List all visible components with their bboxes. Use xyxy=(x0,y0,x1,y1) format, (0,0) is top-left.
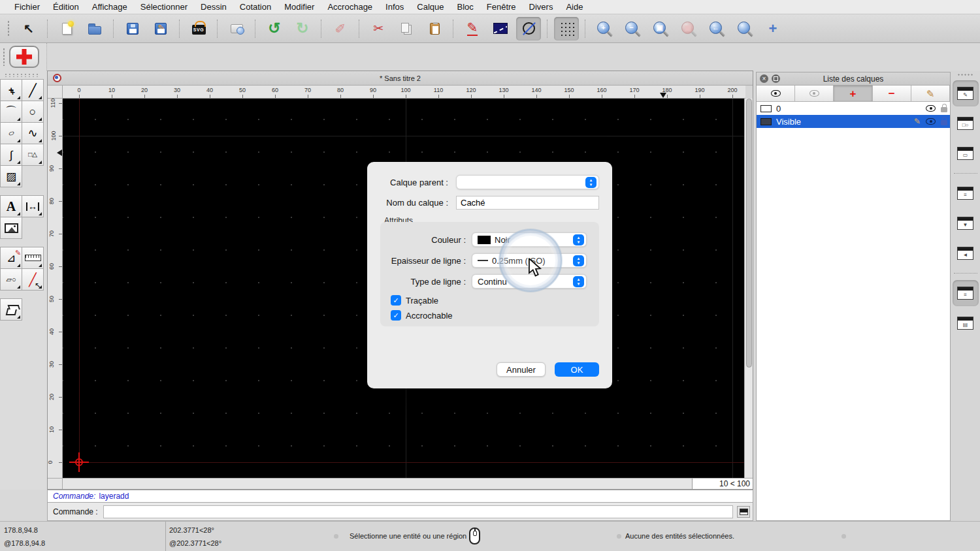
menu-affichage[interactable]: Affichage xyxy=(86,2,134,12)
zoom-out-button[interactable]: − xyxy=(620,17,645,40)
print-preview-button[interactable] xyxy=(224,17,249,40)
vertical-scrollbar[interactable] xyxy=(744,99,753,479)
menu-fichier[interactable]: Fichier xyxy=(8,2,46,12)
menu-accrochage[interactable]: Accrochage xyxy=(321,2,379,12)
clipboard-window-button[interactable]: ▤ xyxy=(953,310,979,336)
draft-mode-button[interactable] xyxy=(516,17,541,40)
command-input[interactable] xyxy=(103,505,733,518)
property-editor-window-button[interactable]: ≡ xyxy=(953,180,979,206)
hide-all-layers-button[interactable] xyxy=(795,86,834,101)
menu-fenetre[interactable]: Fenêtre xyxy=(480,2,523,12)
dock-separator xyxy=(954,273,977,274)
edit-layer-button[interactable]: ✎ xyxy=(911,86,950,101)
circle-tool-button[interactable]: ○ xyxy=(22,101,44,123)
undo-button[interactable]: ↺ xyxy=(262,17,287,40)
cut-button[interactable]: ✂ xyxy=(366,17,391,40)
zoom-previous-button[interactable]: ← xyxy=(704,17,729,40)
library-browser-window-button[interactable]: ▭ xyxy=(953,140,979,166)
layer-list-window-button[interactable]: ✎ xyxy=(953,80,979,106)
layer-lock-icon[interactable] xyxy=(941,107,947,112)
modify-tool-button[interactable]: ▱○ xyxy=(0,268,22,291)
zoom-selection-button[interactable]: ▣ xyxy=(676,17,701,40)
measure-tool-button[interactable] xyxy=(22,247,44,269)
horizontal-scrollbar[interactable] xyxy=(63,479,692,489)
selection-mode-button[interactable] xyxy=(488,17,513,40)
detach-command-window-button[interactable] xyxy=(737,506,750,518)
plottable-checkbox[interactable] xyxy=(391,295,401,306)
polyline-tool-button[interactable]: ∫ xyxy=(0,144,22,166)
toolbar-drag-handle[interactable] xyxy=(7,20,10,37)
menu-edition[interactable]: Édition xyxy=(46,2,86,12)
v-ruler-label: 0 xyxy=(48,460,54,464)
new-document-button[interactable] xyxy=(54,17,79,40)
paste-button[interactable] xyxy=(422,17,447,40)
zoom-window-button[interactable] xyxy=(732,17,757,40)
layer-row-0[interactable]: 0 xyxy=(757,102,950,115)
menu-divers[interactable]: Divers xyxy=(523,2,560,12)
redo-button[interactable]: ↻ xyxy=(290,17,315,40)
vertical-scrollbar-thumb[interactable] xyxy=(746,99,752,368)
document-titlebar[interactable]: * Sans titre 2 xyxy=(48,71,753,86)
save-as-button[interactable]: ✎ xyxy=(148,17,173,40)
svg-export-button[interactable]: SVG xyxy=(186,17,211,40)
color-select[interactable]: Noir xyxy=(472,232,587,247)
selection-filter-window-button[interactable]: ▼ xyxy=(953,210,979,236)
text-tool-button[interactable]: A xyxy=(0,195,22,217)
close-panel-icon[interactable] xyxy=(760,74,768,83)
block-list-window-button[interactable]: □○ xyxy=(953,110,979,136)
draw-pen-button[interactable]: ✎ xyxy=(460,17,485,40)
pen-settings-window-button[interactable]: ◄ xyxy=(953,240,979,266)
layer-visibility-eye-icon[interactable] xyxy=(926,118,936,125)
show-all-layers-button[interactable] xyxy=(757,86,795,101)
select-pointer-button[interactable]: ↖ xyxy=(16,17,41,40)
edit-pencil-icon[interactable]: ✎ xyxy=(914,118,921,125)
open-document-button[interactable] xyxy=(82,17,107,40)
cancel-button[interactable]: Annuler xyxy=(497,362,546,377)
zoom-auto-button[interactable]: ▣ xyxy=(648,17,673,40)
zoom-in-button[interactable]: + xyxy=(592,17,617,40)
copy-button[interactable] xyxy=(394,17,419,40)
add-layer-tool-button[interactable] xyxy=(9,46,39,68)
pan-button[interactable]: + xyxy=(760,17,785,40)
image-tool-button[interactable] xyxy=(0,217,22,239)
layer-row-visible[interactable]: Visible✎ xyxy=(757,115,950,128)
menu-cotation[interactable]: Cotation xyxy=(233,2,278,12)
grid-toggle-button[interactable] xyxy=(554,17,579,40)
menu-calque[interactable]: Calque xyxy=(410,2,450,12)
dock-drag-handle[interactable] xyxy=(957,73,974,76)
snappable-checkbox[interactable] xyxy=(391,310,401,321)
layer-visibility-eye-icon[interactable] xyxy=(926,105,936,112)
solid-3d-tool-button[interactable] xyxy=(0,298,22,321)
spline-tool-button[interactable]: ∿ xyxy=(22,122,44,144)
select-entity-tool-button[interactable]: ╱ xyxy=(22,268,44,291)
remove-layer-button[interactable]: − xyxy=(873,86,911,101)
menu-dessin[interactable]: Dessin xyxy=(194,2,233,12)
drafting-tools-tool-button[interactable]: ⊿ xyxy=(0,247,22,269)
menu-bloc[interactable]: Bloc xyxy=(450,2,480,12)
menu-infos[interactable]: Infos xyxy=(379,2,410,12)
palette-drag-handle[interactable] xyxy=(4,73,41,77)
erase-button[interactable]: ✐ xyxy=(328,17,353,40)
layer-lock-icon[interactable] xyxy=(941,120,947,125)
shapes-tool-button[interactable]: □△ xyxy=(22,144,44,166)
point-tool-button[interactable]: + xyxy=(0,79,22,101)
menu-selectionner[interactable]: Sélectionner xyxy=(134,2,194,12)
layer-name-input[interactable] xyxy=(456,196,599,210)
window-glyph: ◄ xyxy=(963,251,968,259)
add-layer-button[interactable]: + xyxy=(834,86,872,101)
save-button[interactable] xyxy=(120,17,145,40)
parent-layer-select[interactable] xyxy=(456,175,599,189)
hatch-tool-button[interactable]: ▨ xyxy=(0,165,22,187)
ok-button[interactable]: OK xyxy=(555,362,599,377)
ellipse-tool-button[interactable]: ○ xyxy=(0,122,22,144)
linetype-select[interactable]: Continu xyxy=(472,274,587,289)
menu-modifier[interactable]: Modifier xyxy=(278,2,321,12)
menu-aide[interactable]: Aide xyxy=(559,2,589,12)
lineweight-select[interactable]: 0.25mm (ISO) xyxy=(472,253,587,268)
toolbar-drag-handle[interactable] xyxy=(3,48,5,66)
dimension-tool-button[interactable]: ↔ xyxy=(22,195,44,217)
line-tool-button[interactable]: ╱ xyxy=(22,79,44,101)
undock-panel-icon[interactable] xyxy=(772,74,780,83)
command-line-window-button[interactable]: ≡ xyxy=(953,280,979,306)
arc-tool-button[interactable]: ⌒ xyxy=(0,101,22,123)
